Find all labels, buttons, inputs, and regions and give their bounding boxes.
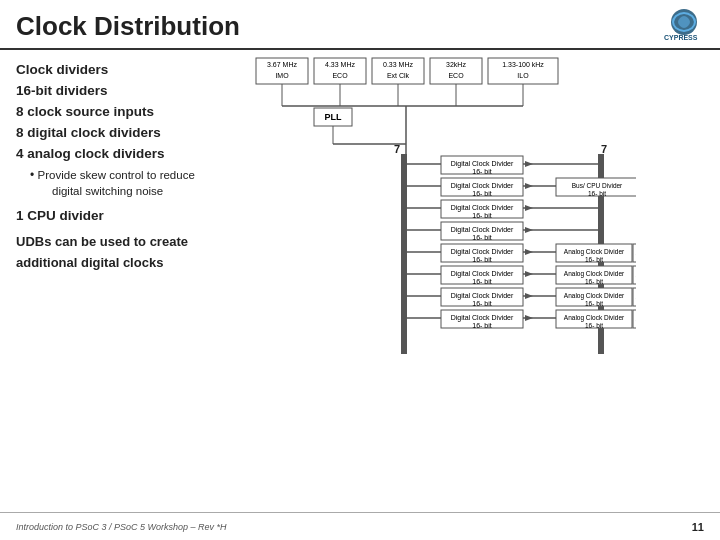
footer-text: Introduction to PSoC 3 / PSoC 5 Workshop… bbox=[16, 522, 227, 532]
svg-text:Skew: Skew bbox=[635, 272, 636, 279]
svg-text:Digital Clock Divider: Digital Clock Divider bbox=[451, 160, 514, 168]
svg-text:3.67 MHz: 3.67 MHz bbox=[267, 61, 297, 68]
svg-marker-37 bbox=[525, 161, 533, 167]
svg-text:CYPRESS: CYPRESS bbox=[664, 34, 698, 41]
svg-text:32kHz: 32kHz bbox=[446, 61, 466, 68]
svg-marker-86 bbox=[525, 293, 533, 299]
svg-text:ECO: ECO bbox=[332, 72, 348, 79]
svg-text:Digital Clock Divider: Digital Clock Divider bbox=[451, 270, 514, 278]
svg-text:Analog Clock Divider: Analog Clock Divider bbox=[564, 248, 625, 256]
item-8-digital: 8 digital clock dividers bbox=[16, 123, 236, 144]
svg-text:Analog Clock Divider: Analog Clock Divider bbox=[564, 314, 625, 322]
page-title: Clock Distribution bbox=[16, 11, 240, 42]
svg-text:ECO: ECO bbox=[448, 72, 464, 79]
svg-text:4.33 MHz: 4.33 MHz bbox=[325, 61, 355, 68]
svg-text:16- bit: 16- bit bbox=[585, 278, 603, 285]
svg-text:PLL: PLL bbox=[325, 112, 343, 122]
item-clock-dividers: Clock dividers bbox=[16, 60, 236, 81]
svg-marker-43 bbox=[525, 183, 533, 189]
svg-text:Analog Clock Divider: Analog Clock Divider bbox=[564, 270, 625, 278]
svg-text:Ext Clk: Ext Clk bbox=[387, 72, 410, 79]
svg-text:0.33 MHz: 0.33 MHz bbox=[383, 61, 413, 68]
item-8-inputs: 8 clock source inputs bbox=[16, 102, 236, 123]
left-panel: Clock dividers 16-bit dividers 8 clock s… bbox=[16, 56, 236, 498]
bullet-skew: Provide skew control to reduce digital s… bbox=[16, 167, 236, 200]
svg-text:Skew: Skew bbox=[635, 294, 636, 301]
item-4-analog: 4 analog clock dividers bbox=[16, 144, 236, 165]
svg-text:Digital Clock Divider: Digital Clock Divider bbox=[451, 314, 514, 322]
svg-text:Digital Clock Divider: Digital Clock Divider bbox=[451, 292, 514, 300]
footer-page: 11 bbox=[692, 521, 704, 533]
svg-text:ILO: ILO bbox=[517, 72, 529, 79]
svg-text:16- bit: 16- bit bbox=[472, 256, 492, 263]
svg-marker-58 bbox=[525, 227, 533, 233]
footer: Introduction to PSoC 3 / PSoC 5 Workshop… bbox=[0, 512, 720, 540]
svg-text:16- bit: 16- bit bbox=[585, 300, 603, 307]
svg-text:16- bit: 16- bit bbox=[472, 322, 492, 329]
svg-text:16- bit: 16- bit bbox=[585, 322, 603, 329]
svg-text:Analog Clock Divider: Analog Clock Divider bbox=[564, 292, 625, 300]
svg-text:1.33-100 kHz: 1.33-100 kHz bbox=[502, 61, 544, 68]
svg-text:Skew: Skew bbox=[635, 250, 636, 257]
svg-marker-97 bbox=[525, 315, 533, 321]
svg-text:Digital Clock Divider: Digital Clock Divider bbox=[451, 204, 514, 212]
diagram-panel: 3.67 MHz IMO 4.33 MHz ECO 0.33 MHz Ext C… bbox=[246, 56, 710, 498]
svg-text:16- bit: 16- bit bbox=[472, 168, 492, 175]
svg-rect-29 bbox=[401, 154, 407, 354]
item-udbs: UDBs can be used to createadditional dig… bbox=[16, 232, 236, 272]
svg-text:7: 7 bbox=[601, 143, 607, 155]
cypress-logo: CYPRESS bbox=[624, 8, 704, 44]
svg-text:7: 7 bbox=[394, 143, 400, 155]
svg-text:Skew: Skew bbox=[635, 316, 636, 323]
svg-text:16- bit: 16- bit bbox=[472, 300, 492, 307]
svg-text:Digital Clock Divider: Digital Clock Divider bbox=[451, 182, 514, 190]
svg-text:16- bit: 16- bit bbox=[472, 212, 492, 219]
svg-text:Digital Clock Divider: Digital Clock Divider bbox=[451, 248, 514, 256]
svg-text:16- bit: 16- bit bbox=[472, 278, 492, 285]
header: Clock Distribution CYPRESS bbox=[0, 0, 720, 50]
clock-diagram: 3.67 MHz IMO 4.33 MHz ECO 0.33 MHz Ext C… bbox=[246, 56, 636, 486]
svg-marker-52 bbox=[525, 205, 533, 211]
svg-text:Digital Clock Divider: Digital Clock Divider bbox=[451, 226, 514, 234]
svg-text:16- bit: 16- bit bbox=[472, 190, 492, 197]
main-content: Clock dividers 16-bit dividers 8 clock s… bbox=[0, 50, 720, 502]
svg-text:Bus/ CPU  Divider: Bus/ CPU Divider bbox=[572, 182, 623, 189]
item-16bit: 16-bit dividers bbox=[16, 81, 236, 102]
svg-marker-64 bbox=[525, 249, 533, 255]
svg-text:16- bit: 16- bit bbox=[588, 190, 606, 197]
svg-text:16- bit: 16- bit bbox=[585, 256, 603, 263]
svg-text:16- bit: 16- bit bbox=[472, 234, 492, 241]
svg-marker-75 bbox=[525, 271, 533, 277]
svg-text:IMO: IMO bbox=[275, 72, 289, 79]
item-cpu-divider: 1 CPU divider bbox=[16, 206, 236, 227]
